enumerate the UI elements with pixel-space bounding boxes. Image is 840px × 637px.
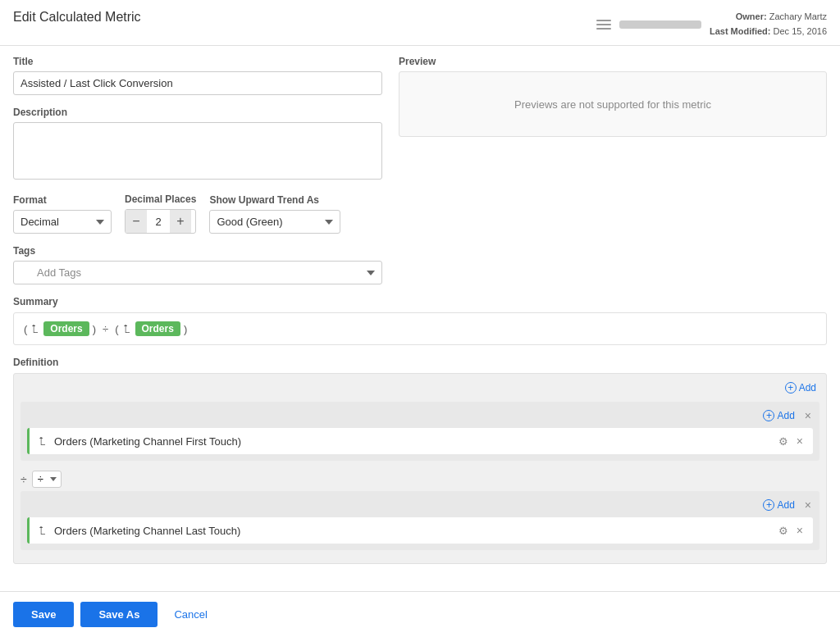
definition-header: + Add (21, 380, 819, 395)
decimal-value: 2 (147, 216, 170, 228)
summary-paren-open-1: ( (24, 323, 27, 335)
summary-paren-close-1: ) (93, 323, 96, 335)
definition-block-1: + Add × ⮤ Orders (Marketing Channel Firs… (21, 402, 819, 461)
owner-label: Owner: (736, 11, 767, 21)
block-1-close-button[interactable]: × (803, 409, 813, 422)
trend-group: Show Upward Trend As Good (Green) Bad (R… (209, 194, 340, 234)
title-input[interactable] (13, 71, 382, 95)
summary-orders-2: Orders (135, 321, 180, 336)
item-2-label: Orders (Marketing Channel Last Touch) (54, 525, 240, 537)
preview-label: Preview (399, 56, 827, 67)
block-2-add-label: Add (777, 499, 794, 511)
summary-label: Summary (13, 296, 827, 307)
description-group: Description (13, 107, 382, 182)
add-circle-icon: + (785, 382, 797, 394)
header-right: Owner: Zachary Martz Last Modified: Dec … (596, 10, 827, 39)
description-label: Description (13, 107, 382, 118)
def-item-1: ⮤ Orders (Marketing Channel First Touch)… (27, 428, 813, 454)
left-column: Title Description Format Decimal Integer (13, 56, 382, 296)
item-2-remove-button[interactable]: × (795, 524, 805, 537)
definition-block-2: + Add × ⮤ Orders (Marketing Channel Last… (21, 491, 819, 550)
item-1-label: Orders (Marketing Channel First Touch) (54, 435, 241, 448)
content-area: Title Description Format Decimal Integer (0, 46, 840, 591)
summary-orders-1: Orders (43, 321, 89, 336)
account-info (619, 20, 701, 29)
item-2-gear-icon[interactable]: ⚙ (778, 525, 788, 537)
right-column: Preview Previews are not supported for t… (399, 56, 827, 296)
tags-label: Tags (13, 245, 382, 257)
preview-box: Previews are not supported for this metr… (399, 71, 827, 137)
tags-group: Tags 🏷 Add Tags (13, 245, 382, 284)
operator-row: ÷ ÷ × + − (21, 467, 819, 491)
item-1-actions: ⚙ × (778, 435, 805, 448)
trend-select[interactable]: Good (Green) Bad (Red) (209, 210, 340, 234)
preview-message: Previews are not supported for this metr… (514, 98, 711, 111)
operator-select[interactable]: ÷ × + − (32, 471, 62, 488)
two-column-layout: Title Description Format Decimal Integer (13, 56, 827, 296)
block-2-add-icon: + (763, 499, 774, 511)
item-2-actions: ⚙ × (778, 524, 805, 537)
def-block-1-header: + Add × (27, 408, 813, 423)
decimal-plus-button[interactable]: + (170, 209, 191, 234)
decimal-label: Decimal Places (125, 193, 196, 205)
tags-wrapper: 🏷 Add Tags (13, 261, 382, 284)
title-group: Title (13, 56, 382, 95)
save-button[interactable]: Save (13, 602, 74, 627)
last-modified-date: Dec 15, 2016 (774, 26, 827, 36)
item-1-cursor-icon: ⮤ (38, 435, 48, 447)
format-group: Format Decimal Integer Percent Time (13, 194, 112, 234)
format-label: Format (13, 194, 112, 206)
block-1-add-button[interactable]: + Add (760, 408, 797, 423)
tags-select[interactable]: Add Tags (13, 261, 382, 284)
item-2-cursor-icon: ⮤ (38, 525, 48, 536)
definition-section: + Add + Add × ⮤ Orders (Marketing Channe… (13, 373, 827, 564)
footer: Save Save As Cancel (0, 591, 840, 637)
save-as-button[interactable]: Save As (80, 602, 158, 627)
definition-label: Definition (13, 357, 827, 368)
item-1-remove-button[interactable]: × (795, 435, 805, 448)
block-2-add-button[interactable]: + Add (760, 498, 797, 512)
decimal-control: − 2 + (125, 209, 196, 234)
definition-section-label: Definition (13, 357, 827, 368)
header: Edit Calculated Metric Owner: Zachary Ma… (0, 0, 840, 46)
last-modified-label: Last Modified: (710, 26, 771, 36)
block-1-add-icon: + (763, 410, 774, 421)
definition-add-button[interactable]: + Add (782, 380, 819, 395)
owner-info: Owner: Zachary Martz Last Modified: Dec … (710, 10, 827, 39)
summary-paren-open-2: ( (115, 323, 118, 335)
page-container: Edit Calculated Metric Owner: Zachary Ma… (0, 0, 840, 637)
summary-paren-close-2: ) (184, 323, 187, 335)
menu-icon[interactable] (596, 19, 611, 30)
format-row: Format Decimal Integer Percent Time Deci… (13, 193, 382, 234)
summary-cursor-1: ⮤ (30, 323, 40, 334)
page-title: Edit Calculated Metric (13, 10, 141, 25)
decimal-group: Decimal Places − 2 + (125, 193, 196, 234)
operator-symbol: ÷ (21, 473, 27, 486)
title-label: Title (13, 56, 382, 67)
block-2-close-button[interactable]: × (803, 498, 813, 512)
trend-label: Show Upward Trend As (209, 194, 340, 206)
preview-group: Preview Previews are not supported for t… (399, 56, 827, 137)
cancel-button[interactable]: Cancel (164, 602, 217, 627)
owner-name: Zachary Martz (769, 11, 827, 21)
description-input[interactable] (13, 122, 382, 180)
add-label: Add (799, 382, 816, 394)
def-block-2-header: + Add × (27, 498, 813, 512)
def-item-2: ⮤ Orders (Marketing Channel Last Touch) … (27, 517, 813, 544)
summary-divide: ÷ (103, 323, 108, 335)
item-1-gear-icon[interactable]: ⚙ (778, 435, 788, 448)
decimal-minus-button[interactable]: − (126, 209, 147, 234)
format-select[interactable]: Decimal Integer Percent Time (13, 210, 112, 234)
summary-cursor-2: ⮤ (122, 323, 132, 334)
block-1-add-label: Add (777, 410, 794, 421)
summary-group: Summary ( ⮤ Orders ) ÷ ( ⮤ Orders ) (13, 296, 827, 345)
summary-box: ( ⮤ Orders ) ÷ ( ⮤ Orders ) (13, 312, 827, 345)
